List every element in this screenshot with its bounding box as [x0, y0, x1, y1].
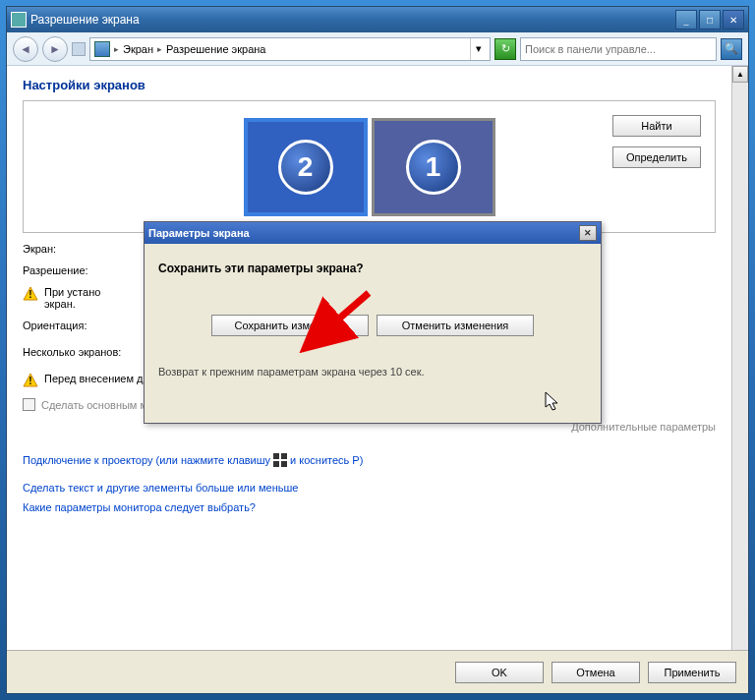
monitor-2-badge: 2	[278, 140, 333, 195]
apply-button[interactable]: Применить	[648, 662, 736, 683]
countdown-text: Возврат к прежним параметрам экрана чере…	[158, 366, 587, 378]
page-heading: Настройки экранов	[23, 78, 716, 92]
breadcrumb-item[interactable]: Экран	[123, 43, 153, 55]
monitor-preview-area: 2 1 Найти Определить	[23, 100, 716, 233]
dialog-question: Сохранить эти параметры экрана?	[158, 262, 587, 275]
orientation-label: Ориентация:	[23, 320, 160, 331]
projector-link-suffix[interactable]: и коснитесь P)	[290, 454, 363, 466]
search-input[interactable]	[525, 43, 712, 55]
svg-rect-7	[281, 461, 287, 467]
screen-label: Экран:	[23, 243, 160, 255]
dialog-button-bar: OK Отмена Применить	[7, 650, 748, 693]
confirm-dialog: Параметры экрана ✕ Сохранить эти парамет…	[144, 221, 602, 424]
history-dropdown[interactable]	[72, 42, 86, 56]
dialog-titlebar: Параметры экрана ✕	[145, 222, 601, 244]
find-button[interactable]: Найти	[612, 115, 701, 137]
vertical-scrollbar[interactable]: ▲ ▼	[731, 66, 748, 693]
address-bar[interactable]: ▸ Экран ▸ Разрешение экрана ▾	[89, 37, 491, 61]
save-changes-button[interactable]: Сохранить изменения	[211, 315, 369, 336]
text-size-link[interactable]: Сделать текст и другие элементы больше и…	[23, 482, 716, 494]
back-button[interactable]: ◄	[13, 36, 38, 62]
monitor-1-badge: 1	[406, 140, 461, 195]
titlebar: Разрешение экрана _ □ ✕	[7, 7, 748, 32]
resolution-label: Разрешение:	[23, 264, 160, 276]
breadcrumb-separator: ▸	[114, 44, 119, 54]
dialog-title: Параметры экрана	[148, 227, 579, 239]
window-icon	[11, 12, 27, 28]
warning-text: экран.	[44, 298, 76, 310]
breadcrumb-separator: ▸	[157, 44, 162, 54]
maximize-button[interactable]: □	[699, 10, 721, 29]
main-monitor-checkbox[interactable]	[23, 398, 35, 411]
svg-rect-5	[281, 453, 287, 459]
address-dropdown[interactable]: ▾	[470, 38, 486, 60]
navigation-bar: ◄ ► ▸ Экран ▸ Разрешение экрана ▾ ↻ 🔍	[7, 32, 748, 66]
warning-icon: !	[23, 373, 38, 388]
projector-link[interactable]: Подключение к проектору (или нажмите кла…	[23, 454, 270, 466]
svg-rect-6	[273, 461, 279, 467]
scroll-up-button[interactable]: ▲	[732, 66, 748, 83]
refresh-button[interactable]: ↻	[494, 38, 516, 60]
revert-changes-button[interactable]: Отменить изменения	[377, 315, 534, 336]
monitor-2[interactable]: 2	[244, 118, 368, 216]
warning-text: При устано	[44, 286, 100, 298]
detect-button[interactable]: Определить	[612, 146, 701, 168]
folder-icon	[94, 41, 110, 57]
ok-button[interactable]: OK	[455, 662, 544, 683]
svg-text:!: !	[29, 376, 31, 386]
window-title: Разрешение экрана	[30, 13, 673, 27]
which-params-link[interactable]: Какие параметры монитора следует выбрать…	[23, 501, 716, 513]
search-button[interactable]: 🔍	[721, 38, 742, 60]
forward-button[interactable]: ►	[42, 36, 68, 62]
multiple-screens-label: Несколько экранов:	[23, 346, 160, 358]
scroll-track[interactable]	[732, 83, 748, 676]
warning-icon: !	[23, 286, 38, 302]
dialog-close-button[interactable]: ✕	[579, 225, 597, 241]
close-button[interactable]: ✕	[723, 10, 744, 29]
search-box[interactable]	[520, 37, 717, 61]
svg-text:!: !	[29, 289, 31, 300]
minimize-button[interactable]: _	[675, 10, 697, 29]
svg-rect-4	[273, 453, 279, 459]
cancel-button[interactable]: Отмена	[552, 662, 640, 683]
breadcrumb-item[interactable]: Разрешение экрана	[166, 43, 265, 55]
windows-key-icon	[272, 452, 288, 468]
monitor-1[interactable]: 1	[372, 118, 495, 216]
